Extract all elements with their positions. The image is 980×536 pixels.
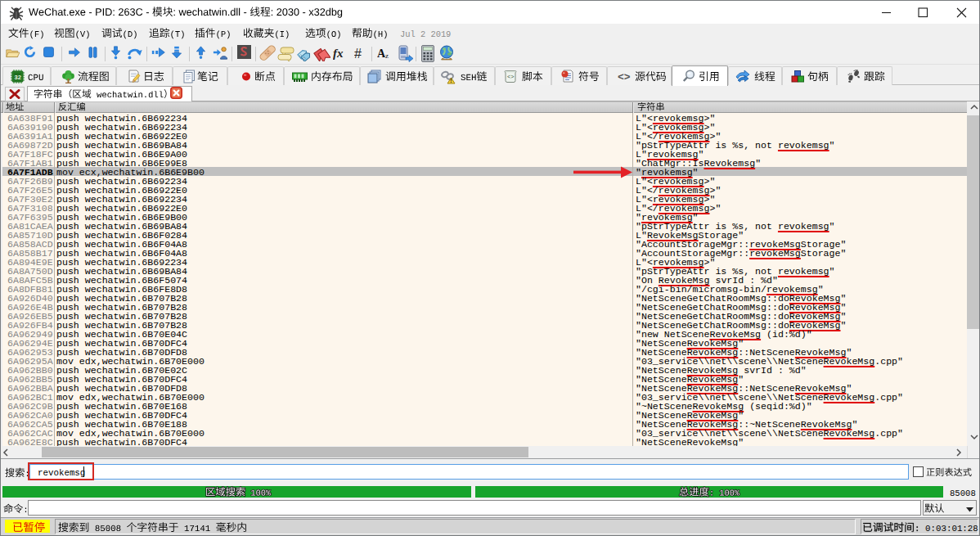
svg-text:!: ! <box>450 78 452 83</box>
svg-text:<>: <> <box>507 74 514 80</box>
svg-text:<>: <> <box>618 71 631 83</box>
svg-text:z: z <box>385 52 389 60</box>
svg-text:32: 32 <box>15 74 21 81</box>
svg-text:fx: fx <box>333 47 344 60</box>
svg-text:#: # <box>354 47 362 61</box>
